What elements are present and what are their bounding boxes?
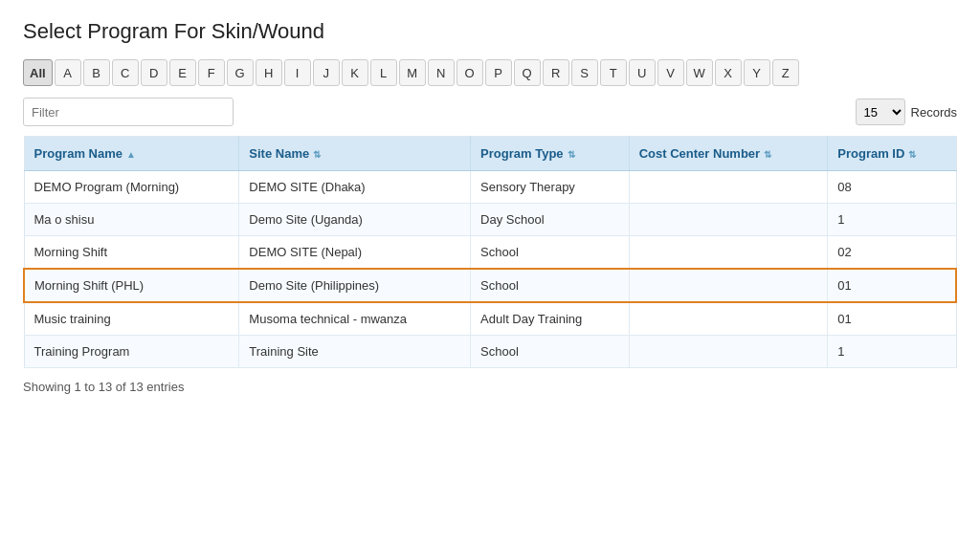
col-header-program_name[interactable]: Program Name▲ — [24, 137, 239, 171]
alpha-btn-h[interactable]: H — [256, 59, 282, 86]
cell-cost_center_number — [629, 171, 828, 204]
cell-program_type: School — [471, 236, 630, 270]
sort-icon-site_name: ⇅ — [313, 149, 321, 160]
alpha-btn-x[interactable]: X — [715, 59, 742, 86]
table-row[interactable]: Morning Shift (PHL)Demo Site (Philippine… — [24, 269, 956, 302]
cell-site_name: Demo Site (Uganda) — [239, 204, 471, 236]
page-title: Select Program For Skin/Wound — [23, 19, 957, 44]
filter-input[interactable] — [23, 98, 234, 126]
alpha-btn-d[interactable]: D — [141, 59, 167, 86]
table-header: Program Name▲Site Name⇅Program Type⇅Cost… — [24, 137, 956, 171]
cell-site_name: DEMO SITE (Dhaka) — [239, 171, 471, 204]
cell-program_name: Morning Shift — [24, 236, 239, 270]
cell-program_type: Day School — [471, 204, 630, 236]
records-label: Records — [911, 105, 957, 120]
cell-program_id: 1 — [828, 336, 956, 368]
alpha-btn-z[interactable]: Z — [772, 59, 799, 86]
cell-site_name: DEMO SITE (Nepal) — [239, 236, 471, 270]
alpha-btn-u[interactable]: U — [629, 59, 656, 86]
cell-program_id: 02 — [828, 236, 956, 270]
cell-cost_center_number — [629, 204, 828, 236]
alpha-btn-m[interactable]: M — [399, 59, 426, 86]
cell-program_name: Morning Shift (PHL) — [24, 269, 239, 302]
col-header-program_type[interactable]: Program Type⇅ — [471, 137, 630, 171]
alpha-btn-t[interactable]: T — [600, 59, 627, 86]
cell-program_type: School — [471, 269, 630, 302]
cell-program_name: Ma o shisu — [24, 204, 239, 236]
cell-program_name: Training Program — [24, 336, 239, 368]
alpha-btn-g[interactable]: G — [227, 59, 254, 86]
alpha-btn-q[interactable]: Q — [514, 59, 541, 86]
alpha-btn-n[interactable]: N — [428, 59, 455, 86]
cell-program_id: 01 — [828, 302, 956, 336]
alpha-btn-j[interactable]: J — [313, 59, 340, 86]
table-row[interactable]: Training ProgramTraining SiteSchool1 — [24, 336, 956, 368]
alpha-btn-l[interactable]: L — [370, 59, 397, 86]
sort-icon-program_id: ⇅ — [908, 149, 916, 160]
cell-cost_center_number — [629, 236, 828, 270]
alpha-btn-e[interactable]: E — [169, 59, 196, 86]
cell-cost_center_number — [629, 336, 828, 368]
cell-site_name: Training Site — [239, 336, 471, 368]
alpha-btn-p[interactable]: P — [485, 59, 512, 86]
alpha-btn-i[interactable]: I — [284, 59, 311, 86]
table-row[interactable]: Ma o shisuDemo Site (Uganda)Day School1 — [24, 204, 956, 236]
col-header-site_name[interactable]: Site Name⇅ — [239, 137, 471, 171]
cell-program_id: 1 — [828, 204, 956, 236]
table-row[interactable]: DEMO Program (Morning)DEMO SITE (Dhaka)S… — [24, 171, 956, 204]
alpha-btn-y[interactable]: Y — [744, 59, 770, 86]
alpha-btn-c[interactable]: C — [112, 59, 139, 86]
alphabet-bar: AllABCDEFGHIJKLMNOPQRSTUVWXYZ — [23, 59, 957, 86]
cell-site_name: Musoma technical - mwanza — [239, 302, 471, 336]
cell-site_name: Demo Site (Philippines) — [239, 269, 471, 302]
cell-program_type: Sensory Therapy — [471, 171, 630, 204]
cell-cost_center_number — [629, 269, 828, 302]
alpha-btn-all[interactable]: All — [23, 59, 53, 86]
programs-table: Program Name▲Site Name⇅Program Type⇅Cost… — [23, 136, 957, 368]
header-row: Program Name▲Site Name⇅Program Type⇅Cost… — [24, 137, 956, 171]
cell-cost_center_number — [629, 302, 828, 336]
cell-program_id: 01 — [828, 269, 956, 302]
table-body: DEMO Program (Morning)DEMO SITE (Dhaka)S… — [24, 171, 956, 368]
alpha-btn-s[interactable]: S — [571, 59, 598, 86]
alpha-btn-f[interactable]: F — [198, 59, 225, 86]
alpha-btn-b[interactable]: B — [83, 59, 110, 86]
records-control: 152550100 Records — [856, 98, 957, 125]
sort-icon-program_type: ⇅ — [568, 149, 575, 160]
col-header-program_id[interactable]: Program ID⇅ — [828, 137, 956, 171]
col-header-cost_center_number[interactable]: Cost Center Number⇅ — [629, 137, 828, 171]
cell-program_id: 08 — [828, 171, 956, 204]
alpha-btn-a[interactable]: A — [55, 59, 81, 86]
alpha-btn-v[interactable]: V — [657, 59, 684, 86]
cell-program_name: DEMO Program (Morning) — [24, 171, 239, 204]
sort-icon-program_name: ▲ — [126, 149, 136, 160]
alpha-btn-k[interactable]: K — [342, 59, 368, 86]
alpha-btn-r[interactable]: R — [543, 59, 569, 86]
cell-program_type: Adult Day Training — [471, 302, 630, 336]
table-row[interactable]: Music trainingMusoma technical - mwanzaA… — [24, 302, 956, 336]
controls-row: 152550100 Records — [23, 98, 957, 126]
sort-icon-cost_center_number: ⇅ — [764, 149, 771, 160]
cell-program_type: School — [471, 336, 630, 368]
table-footer: Showing 1 to 13 of 13 entries — [23, 380, 957, 394]
cell-program_name: Music training — [24, 302, 239, 336]
records-per-page-select[interactable]: 152550100 — [856, 98, 905, 125]
alpha-btn-o[interactable]: O — [457, 59, 483, 86]
table-row[interactable]: Morning ShiftDEMO SITE (Nepal)School02 — [24, 236, 956, 270]
alpha-btn-w[interactable]: W — [686, 59, 713, 86]
